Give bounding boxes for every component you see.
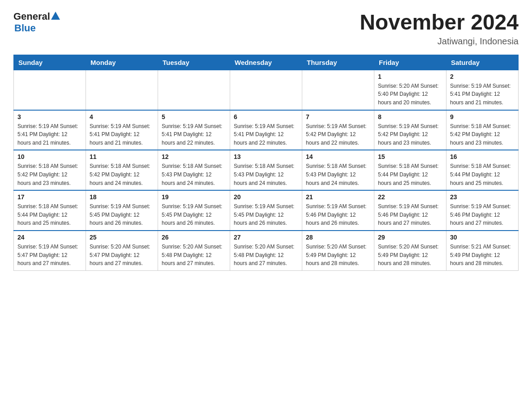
calendar-day-cell: 23Sunrise: 5:19 AM Sunset: 5:46 PM Dayli… bbox=[446, 190, 519, 231]
day-number: 19 bbox=[162, 193, 226, 201]
day-number: 20 bbox=[234, 193, 298, 201]
calendar-day-cell bbox=[14, 70, 86, 110]
day-info: Sunrise: 5:19 AM Sunset: 5:42 PM Dayligh… bbox=[306, 122, 370, 147]
calendar-day-cell: 2Sunrise: 5:19 AM Sunset: 5:41 PM Daylig… bbox=[446, 70, 519, 110]
day-number: 23 bbox=[450, 193, 515, 201]
day-info: Sunrise: 5:20 AM Sunset: 5:48 PM Dayligh… bbox=[234, 243, 298, 268]
day-info: Sunrise: 5:19 AM Sunset: 5:46 PM Dayligh… bbox=[306, 202, 370, 227]
day-number: 8 bbox=[378, 113, 442, 120]
day-number: 27 bbox=[234, 234, 298, 241]
calendar-day-cell: 8Sunrise: 5:19 AM Sunset: 5:42 PM Daylig… bbox=[374, 110, 446, 150]
day-number: 1 bbox=[378, 73, 442, 80]
day-number: 17 bbox=[17, 193, 82, 201]
day-info: Sunrise: 5:19 AM Sunset: 5:46 PM Dayligh… bbox=[378, 202, 442, 227]
calendar-day-cell bbox=[230, 70, 302, 110]
calendar-week-row: 24Sunrise: 5:19 AM Sunset: 5:47 PM Dayli… bbox=[14, 231, 519, 270]
calendar-day-cell: 21Sunrise: 5:19 AM Sunset: 5:46 PM Dayli… bbox=[302, 190, 374, 231]
day-info: Sunrise: 5:19 AM Sunset: 5:41 PM Dayligh… bbox=[450, 82, 515, 107]
day-number: 26 bbox=[162, 234, 226, 241]
day-number: 4 bbox=[90, 113, 154, 120]
weekday-header: Thursday bbox=[302, 55, 374, 70]
day-info: Sunrise: 5:19 AM Sunset: 5:46 PM Dayligh… bbox=[450, 202, 515, 227]
day-number: 24 bbox=[17, 234, 82, 241]
day-info: Sunrise: 5:18 AM Sunset: 5:44 PM Dayligh… bbox=[450, 162, 515, 187]
day-info: Sunrise: 5:19 AM Sunset: 5:41 PM Dayligh… bbox=[90, 122, 154, 147]
day-info: Sunrise: 5:18 AM Sunset: 5:43 PM Dayligh… bbox=[234, 162, 298, 187]
calendar-day-cell: 6Sunrise: 5:19 AM Sunset: 5:41 PM Daylig… bbox=[230, 110, 302, 150]
day-info: Sunrise: 5:19 AM Sunset: 5:45 PM Dayligh… bbox=[234, 202, 298, 227]
calendar-day-cell bbox=[302, 70, 374, 110]
day-info: Sunrise: 5:19 AM Sunset: 5:41 PM Dayligh… bbox=[234, 122, 298, 147]
calendar-day-cell: 30Sunrise: 5:21 AM Sunset: 5:49 PM Dayli… bbox=[446, 231, 519, 270]
calendar-day-cell: 3Sunrise: 5:19 AM Sunset: 5:41 PM Daylig… bbox=[14, 110, 86, 150]
calendar-subtitle: Jatiwangi, Indonesia bbox=[360, 36, 519, 47]
day-number: 6 bbox=[234, 113, 298, 120]
day-info: Sunrise: 5:18 AM Sunset: 5:43 PM Dayligh… bbox=[306, 162, 370, 187]
day-info: Sunrise: 5:18 AM Sunset: 5:44 PM Dayligh… bbox=[378, 162, 442, 187]
calendar-day-cell: 17Sunrise: 5:18 AM Sunset: 5:44 PM Dayli… bbox=[14, 190, 86, 231]
day-number: 28 bbox=[306, 234, 370, 241]
day-info: Sunrise: 5:19 AM Sunset: 5:41 PM Dayligh… bbox=[17, 122, 82, 147]
day-number: 30 bbox=[450, 234, 515, 241]
day-number: 3 bbox=[17, 113, 82, 120]
calendar-week-row: 1Sunrise: 5:20 AM Sunset: 5:40 PM Daylig… bbox=[14, 70, 519, 110]
calendar-day-cell: 16Sunrise: 5:18 AM Sunset: 5:44 PM Dayli… bbox=[446, 150, 519, 190]
calendar-day-cell: 29Sunrise: 5:20 AM Sunset: 5:49 PM Dayli… bbox=[374, 231, 446, 270]
calendar-day-cell: 4Sunrise: 5:19 AM Sunset: 5:41 PM Daylig… bbox=[86, 110, 158, 150]
calendar-day-cell: 10Sunrise: 5:18 AM Sunset: 5:42 PM Dayli… bbox=[14, 150, 86, 190]
calendar-day-cell: 12Sunrise: 5:18 AM Sunset: 5:43 PM Dayli… bbox=[158, 150, 230, 190]
day-number: 15 bbox=[378, 153, 442, 160]
day-number: 21 bbox=[306, 193, 370, 201]
calendar-day-cell: 25Sunrise: 5:20 AM Sunset: 5:47 PM Dayli… bbox=[86, 231, 158, 270]
calendar-day-cell: 15Sunrise: 5:18 AM Sunset: 5:44 PM Dayli… bbox=[374, 150, 446, 190]
calendar-day-cell: 14Sunrise: 5:18 AM Sunset: 5:43 PM Dayli… bbox=[302, 150, 374, 190]
calendar-day-cell: 22Sunrise: 5:19 AM Sunset: 5:46 PM Dayli… bbox=[374, 190, 446, 231]
day-number: 13 bbox=[234, 153, 298, 160]
day-number: 9 bbox=[450, 113, 515, 120]
title-block: November 2024 Jatiwangi, Indonesia bbox=[360, 11, 519, 47]
day-info: Sunrise: 5:20 AM Sunset: 5:47 PM Dayligh… bbox=[90, 243, 154, 268]
calendar-day-cell: 9Sunrise: 5:18 AM Sunset: 5:42 PM Daylig… bbox=[446, 110, 519, 150]
day-info: Sunrise: 5:20 AM Sunset: 5:40 PM Dayligh… bbox=[378, 82, 442, 107]
day-info: Sunrise: 5:20 AM Sunset: 5:49 PM Dayligh… bbox=[378, 243, 442, 268]
calendar-day-cell bbox=[158, 70, 230, 110]
day-info: Sunrise: 5:19 AM Sunset: 5:41 PM Dayligh… bbox=[162, 122, 226, 147]
logo-triangle-icon bbox=[51, 12, 60, 20]
calendar-header: SundayMondayTuesdayWednesdayThursdayFrid… bbox=[14, 55, 519, 70]
calendar-day-cell: 11Sunrise: 5:18 AM Sunset: 5:42 PM Dayli… bbox=[86, 150, 158, 190]
calendar-body: 1Sunrise: 5:20 AM Sunset: 5:40 PM Daylig… bbox=[14, 70, 519, 270]
calendar-day-cell: 7Sunrise: 5:19 AM Sunset: 5:42 PM Daylig… bbox=[302, 110, 374, 150]
day-info: Sunrise: 5:19 AM Sunset: 5:45 PM Dayligh… bbox=[162, 202, 226, 227]
day-number: 10 bbox=[17, 153, 82, 160]
calendar-day-cell: 27Sunrise: 5:20 AM Sunset: 5:48 PM Dayli… bbox=[230, 231, 302, 270]
weekday-header-row: SundayMondayTuesdayWednesdayThursdayFrid… bbox=[14, 55, 519, 70]
calendar-week-row: 3Sunrise: 5:19 AM Sunset: 5:41 PM Daylig… bbox=[14, 110, 519, 150]
weekday-header: Tuesday bbox=[158, 55, 230, 70]
calendar-day-cell: 26Sunrise: 5:20 AM Sunset: 5:48 PM Dayli… bbox=[158, 231, 230, 270]
calendar-day-cell: 18Sunrise: 5:19 AM Sunset: 5:45 PM Dayli… bbox=[86, 190, 158, 231]
day-info: Sunrise: 5:18 AM Sunset: 5:44 PM Dayligh… bbox=[17, 202, 82, 227]
weekday-header: Sunday bbox=[14, 55, 86, 70]
day-info: Sunrise: 5:21 AM Sunset: 5:49 PM Dayligh… bbox=[450, 243, 515, 268]
calendar-title: November 2024 bbox=[360, 11, 519, 34]
calendar-week-row: 10Sunrise: 5:18 AM Sunset: 5:42 PM Dayli… bbox=[14, 150, 519, 190]
calendar-day-cell: 5Sunrise: 5:19 AM Sunset: 5:41 PM Daylig… bbox=[158, 110, 230, 150]
page-header: General Blue November 2024 Jatiwangi, In… bbox=[13, 11, 519, 47]
day-number: 16 bbox=[450, 153, 515, 160]
day-number: 14 bbox=[306, 153, 370, 160]
day-number: 29 bbox=[378, 234, 442, 241]
day-number: 2 bbox=[450, 73, 515, 80]
weekday-header: Saturday bbox=[446, 55, 519, 70]
day-info: Sunrise: 5:18 AM Sunset: 5:42 PM Dayligh… bbox=[17, 162, 82, 187]
calendar-day-cell: 20Sunrise: 5:19 AM Sunset: 5:45 PM Dayli… bbox=[230, 190, 302, 231]
calendar-day-cell: 28Sunrise: 5:20 AM Sunset: 5:49 PM Dayli… bbox=[302, 231, 374, 270]
logo-general-text: General bbox=[13, 11, 50, 22]
day-number: 12 bbox=[162, 153, 226, 160]
day-info: Sunrise: 5:20 AM Sunset: 5:48 PM Dayligh… bbox=[162, 243, 226, 268]
day-info: Sunrise: 5:19 AM Sunset: 5:42 PM Dayligh… bbox=[378, 122, 442, 147]
calendar-week-row: 17Sunrise: 5:18 AM Sunset: 5:44 PM Dayli… bbox=[14, 190, 519, 231]
calendar-day-cell bbox=[86, 70, 158, 110]
day-info: Sunrise: 5:18 AM Sunset: 5:43 PM Dayligh… bbox=[162, 162, 226, 187]
day-number: 7 bbox=[306, 113, 370, 120]
weekday-header: Wednesday bbox=[230, 55, 302, 70]
